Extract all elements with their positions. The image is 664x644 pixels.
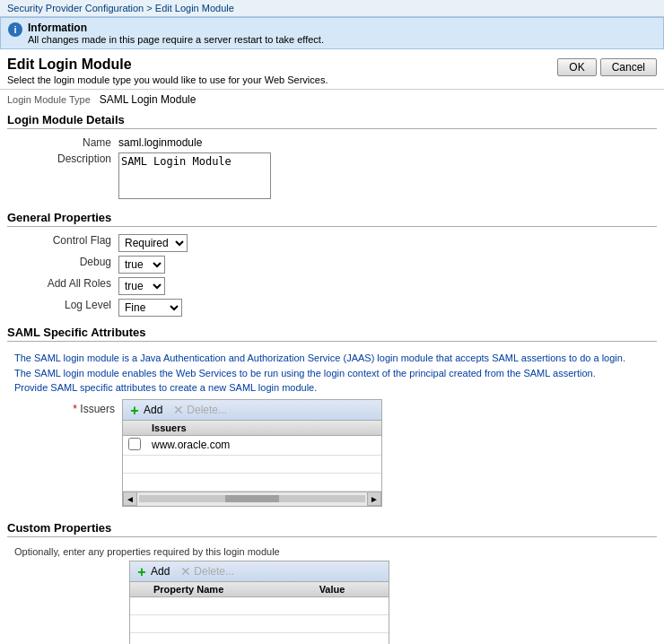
general-properties-header: General Properties xyxy=(7,211,657,227)
breadcrumb: Security Provider Configuration > Edit L… xyxy=(0,0,664,17)
issuers-label: * Issuers xyxy=(14,399,122,415)
debug-row: Debug true false xyxy=(7,254,657,275)
issuers-row: * Issuers Add ✕ Delete... Issuers xyxy=(7,399,657,507)
info-bar: i Information All changes made in this p… xyxy=(0,17,664,49)
debug-select[interactable]: true false xyxy=(118,256,165,274)
add-all-roles-value: true false xyxy=(115,275,657,297)
custom-properties-header: Custom Properties xyxy=(7,521,657,537)
cancel-button[interactable]: Cancel xyxy=(600,58,657,76)
custom-properties-table-wrapper: Add ✕ Delete... Property Name Value xyxy=(7,561,657,645)
breadcrumb-current: Edit Login Module xyxy=(155,3,234,13)
value-column-header: Value xyxy=(314,582,389,597)
property-name-column-header: Property Name xyxy=(148,582,314,597)
custom-properties-toolbar: Add ✕ Delete... xyxy=(130,561,389,582)
login-module-details-form: Name saml.loginmodule Description SAML L… xyxy=(7,135,657,204)
description-label: Description xyxy=(7,151,115,204)
custom-empty-row2 xyxy=(130,614,389,632)
breadcrumb-link[interactable]: Security Provider Configuration xyxy=(7,3,144,13)
issuers-add-label: Add xyxy=(144,404,162,416)
add-all-roles-row: Add All Roles true false xyxy=(7,275,657,297)
log-level-row: Log Level Fine Info Warning Severe xyxy=(7,297,657,318)
custom-empty-row3 xyxy=(130,632,389,644)
issuers-delete-label: Delete... xyxy=(187,404,227,416)
issuer-value: www.oracle.com xyxy=(146,435,381,455)
issuers-column-header: Issuers xyxy=(146,421,381,436)
module-type-label: Login Module Type xyxy=(7,94,91,105)
log-level-value: Fine Info Warning Severe xyxy=(115,297,657,318)
custom-properties-description: Optionally, enter any properties require… xyxy=(7,543,657,561)
login-module-details-section: Login Module Details Name saml.loginmodu… xyxy=(0,113,664,211)
saml-desc-line1: The SAML login module is a Java Authenti… xyxy=(14,351,650,366)
info-message: All changes made in this page require a … xyxy=(28,34,324,45)
header-buttons: OK Cancel xyxy=(557,58,657,76)
custom-empty-row xyxy=(130,596,389,614)
info-bar-text: Information All changes made in this pag… xyxy=(28,22,324,45)
custom-checkbox-header xyxy=(130,582,148,597)
description-value: SAML Login Module xyxy=(115,151,657,204)
general-properties-section: General Properties Control Flag Required… xyxy=(0,211,664,326)
scroll-thumb xyxy=(225,495,279,502)
ok-button[interactable]: OK xyxy=(557,58,596,76)
module-type-value: SAML Login Module xyxy=(100,93,197,106)
issuers-table-container: Add ✕ Delete... Issuers www.o xyxy=(122,399,382,507)
empty-row xyxy=(123,455,381,473)
row-checkbox[interactable] xyxy=(128,438,141,450)
description-row: Description SAML Login Module xyxy=(7,151,657,204)
log-level-label: Log Level xyxy=(7,297,115,318)
custom-delete-icon: ✕ xyxy=(180,564,191,579)
description-textarea[interactable]: SAML Login Module xyxy=(118,152,271,199)
custom-properties-table-container: Add ✕ Delete... Property Name Value xyxy=(129,561,389,645)
page-title: Edit Login Module xyxy=(7,57,328,73)
issuers-header-row: Issuers xyxy=(123,421,381,436)
module-type-row: Login Module Type SAML Login Module xyxy=(0,90,664,113)
saml-description: The SAML login module is a Java Authenti… xyxy=(7,347,657,399)
issuers-table: Issuers www.oracle.com xyxy=(123,421,381,492)
debug-value: true false xyxy=(115,254,657,275)
table-row: www.oracle.com xyxy=(123,435,381,455)
saml-attributes-header: SAML Specific Attributes xyxy=(7,326,657,342)
scroll-left-button[interactable]: ◄ xyxy=(123,492,137,506)
log-level-select[interactable]: Fine Info Warning Severe xyxy=(118,299,182,317)
custom-properties-table: Property Name Value xyxy=(130,582,389,645)
page-header-text: Edit Login Module Select the login modul… xyxy=(7,57,328,85)
general-properties-form: Control Flag Required Optional Sufficien… xyxy=(7,232,657,318)
info-icon: i xyxy=(8,22,22,37)
scroll-right-button[interactable]: ► xyxy=(367,492,381,506)
control-flag-label: Control Flag xyxy=(7,232,115,254)
page-subtitle: Select the login module type you would l… xyxy=(7,74,328,85)
control-flag-row: Control Flag Required Optional Sufficien… xyxy=(7,232,657,254)
control-flag-value: Required Optional Sufficient Requisite xyxy=(115,232,657,254)
name-row: Name saml.loginmodule xyxy=(7,135,657,151)
add-all-roles-label: Add All Roles xyxy=(7,275,115,297)
scroll-track xyxy=(139,495,365,502)
issuers-toolbar: Add ✕ Delete... xyxy=(123,400,381,421)
issuers-add-button[interactable]: Add xyxy=(127,403,164,417)
control-flag-select[interactable]: Required Optional Sufficient Requisite xyxy=(118,234,188,252)
saml-desc-line2: The SAML login module enables the Web Se… xyxy=(14,366,650,381)
delete-icon: ✕ xyxy=(173,403,184,417)
issuers-checkbox-header xyxy=(123,421,146,436)
empty-row2 xyxy=(123,473,381,491)
info-title: Information xyxy=(28,22,324,34)
add-icon xyxy=(128,404,141,416)
add-all-roles-select[interactable]: true false xyxy=(118,277,165,295)
issuers-delete-button[interactable]: ✕ Delete... xyxy=(171,402,229,418)
saml-desc-line3: Provide SAML specific attributes to crea… xyxy=(14,380,650,396)
breadcrumb-separator: > xyxy=(146,3,154,13)
custom-delete-button[interactable]: ✕ Delete... xyxy=(179,563,236,579)
custom-header-row: Property Name Value xyxy=(130,582,389,597)
issuers-label-text: Issuers xyxy=(80,403,115,415)
custom-delete-label: Delete... xyxy=(194,565,234,578)
row-checkbox-cell xyxy=(123,435,146,455)
saml-attributes-section: SAML Specific Attributes The SAML login … xyxy=(0,326,664,514)
scroll-bar: ◄ ► xyxy=(123,492,381,506)
page-header: Edit Login Module Select the login modul… xyxy=(0,49,664,90)
custom-properties-section: Custom Properties Optionally, enter any … xyxy=(0,521,664,645)
debug-label: Debug xyxy=(7,254,115,275)
login-module-details-header: Login Module Details xyxy=(7,113,657,129)
custom-add-button[interactable]: Add xyxy=(134,564,171,579)
custom-add-icon xyxy=(135,565,148,578)
custom-add-label: Add xyxy=(151,565,170,578)
name-label: Name xyxy=(7,135,115,151)
name-value: saml.loginmodule xyxy=(115,135,657,151)
